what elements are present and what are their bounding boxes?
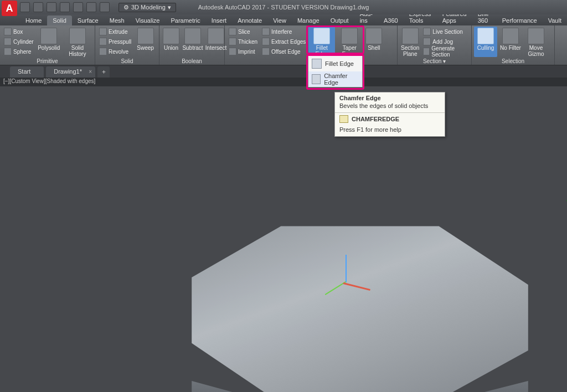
qat-undo-icon[interactable] xyxy=(86,2,96,12)
solid-top-face xyxy=(188,223,532,392)
filetab-drawing1[interactable]: Drawing1*× xyxy=(46,66,95,78)
ucs-z-axis xyxy=(346,255,347,282)
subtract-icon xyxy=(184,28,201,44)
tab-solid[interactable]: Solid xyxy=(47,16,71,25)
file-tabs: Start Drawing1*× ＋ xyxy=(0,65,567,78)
offsetedge-button[interactable]: Offset Edge xyxy=(260,47,307,56)
slice-icon xyxy=(229,28,236,35)
tooltip-desc: Bevels the edges of solid objects xyxy=(335,101,445,112)
annotation-highlight xyxy=(306,25,364,54)
livesection-icon xyxy=(423,28,431,35)
tab-vault[interactable]: Vault xyxy=(543,16,567,25)
tab-performance[interactable]: Performance xyxy=(497,16,543,25)
cylinder-icon xyxy=(4,38,12,45)
panel-section: Section Plane Live Section Add Jog Gener… xyxy=(398,25,472,65)
solid-model[interactable] xyxy=(144,217,543,392)
tooltip-help: Press F1 for more help xyxy=(335,125,445,136)
tab-mesh[interactable]: Mesh xyxy=(104,16,130,25)
tooltip: Chamfer Edge Bevels the edges of solid o… xyxy=(334,92,445,137)
sweep-icon xyxy=(137,28,154,44)
generatesection-icon xyxy=(423,48,430,55)
cylinder-button[interactable]: Cylinder xyxy=(2,37,35,47)
gear-icon: ⚙ xyxy=(123,4,129,11)
qat-redo-icon[interactable] xyxy=(100,2,110,12)
tooltip-command: CHAMFEREDGE xyxy=(335,113,445,125)
filetab-start[interactable]: Start xyxy=(10,66,44,78)
imprint-button[interactable]: Imprint xyxy=(227,47,259,56)
qat-open-icon[interactable] xyxy=(33,2,43,12)
panel-name: Boolean xyxy=(159,58,224,64)
close-icon[interactable]: × xyxy=(89,69,92,75)
slice-button[interactable]: Slice xyxy=(227,27,259,37)
panel-solid: Extrude Presspull Revolve Sweep Solid xyxy=(95,25,159,65)
ribbon-tabstrip: Home Solid Surface Mesh Visualize Parame… xyxy=(0,14,567,25)
sphere-button[interactable]: Sphere xyxy=(2,47,35,56)
tab-annotate[interactable]: Annotate xyxy=(232,16,267,25)
panel-name: Primitive xyxy=(0,58,95,64)
viewport-label[interactable]: [−][Custom View][Shaded with edges] xyxy=(0,78,567,86)
extrude-icon xyxy=(99,28,107,35)
sectionplane-icon xyxy=(402,28,419,44)
polysolid-button[interactable]: Polysolid xyxy=(37,27,61,57)
thicken-button[interactable]: Thicken xyxy=(227,37,259,47)
tooltip-title: Chamfer Edge xyxy=(335,92,445,101)
tab-surface[interactable]: Surface xyxy=(72,16,104,25)
qat-plot-icon[interactable] xyxy=(73,2,83,12)
qat-new-icon[interactable] xyxy=(20,2,30,12)
sweep-button[interactable]: Sweep xyxy=(134,27,157,56)
box-button[interactable]: Box xyxy=(2,27,35,37)
tab-output[interactable]: Output xyxy=(325,16,354,25)
offsetedge-icon xyxy=(262,48,270,55)
tab-insert[interactable]: Insert xyxy=(206,16,233,25)
intersect-button[interactable]: Intersect xyxy=(205,27,227,51)
app-logo[interactable]: A xyxy=(2,1,17,16)
solidhistory-icon xyxy=(69,28,86,44)
extractedges-icon xyxy=(262,38,270,45)
panel-name: Solid xyxy=(95,58,159,64)
tab-parametric[interactable]: Parametric xyxy=(165,16,205,25)
presspull-button[interactable]: Presspull xyxy=(97,37,133,47)
tab-view[interactable]: View xyxy=(267,16,292,25)
extrude-button[interactable]: Extrude xyxy=(97,27,133,37)
subtract-button[interactable]: Subtract xyxy=(182,27,204,51)
shell-icon xyxy=(365,28,382,44)
interfere-button[interactable]: Interfere xyxy=(260,27,307,37)
panel-name: Section ▾ xyxy=(398,58,471,64)
presspull-icon xyxy=(99,38,107,45)
window-title: Autodesk AutoCAD 2017 - STUDENT VERSION … xyxy=(156,4,411,11)
drawing-area[interactable] xyxy=(0,86,567,392)
revolve-button[interactable]: Revolve xyxy=(97,47,133,56)
intersect-icon xyxy=(208,28,224,44)
generatesection-button[interactable]: Generate Section xyxy=(421,47,469,56)
movegizmo-button[interactable]: Move Gizmo xyxy=(524,27,548,57)
imprint-icon xyxy=(229,48,236,55)
union-button[interactable]: Union xyxy=(162,27,181,51)
polysolid-icon xyxy=(40,28,57,44)
revolve-icon xyxy=(99,48,107,55)
panel-name: Selection xyxy=(472,58,554,64)
qat-save-icon[interactable] xyxy=(47,2,56,12)
solidhistory-button[interactable]: Solid History xyxy=(63,27,92,57)
quick-access-toolbar: A ⚙ 3D Modeling ▾ Autodesk AutoCAD 2017 … xyxy=(0,0,567,14)
sectionplane-button[interactable]: Section Plane xyxy=(400,27,420,57)
qat-saveas-icon[interactable] xyxy=(60,2,70,12)
tab-manage[interactable]: Manage xyxy=(292,16,325,25)
panel-boolean: Union Subtract Intersect Boolean xyxy=(159,25,225,65)
livesection-button[interactable]: Live Section xyxy=(421,27,469,37)
extractedges-button[interactable]: Extract Edges xyxy=(260,37,307,47)
addjog-icon xyxy=(423,38,431,45)
culling-button[interactable]: Culling xyxy=(474,27,497,57)
filter-icon xyxy=(502,28,519,44)
command-icon xyxy=(339,115,348,123)
culling-icon xyxy=(477,28,494,44)
tab-visualize[interactable]: Visualize xyxy=(130,16,166,25)
tab-home[interactable]: Home xyxy=(20,16,47,25)
new-filetab-button[interactable]: ＋ xyxy=(97,66,110,78)
box-icon xyxy=(4,28,12,35)
tab-a360[interactable]: A360 xyxy=(378,16,404,25)
annotation-highlight xyxy=(306,54,364,90)
nofilter-button[interactable]: No Filter xyxy=(498,27,523,57)
shell-button[interactable]: Shell xyxy=(364,27,384,63)
panel-primitive: Box Cylinder Sphere Polysolid Solid Hist… xyxy=(0,25,95,65)
interfere-icon xyxy=(262,28,270,35)
